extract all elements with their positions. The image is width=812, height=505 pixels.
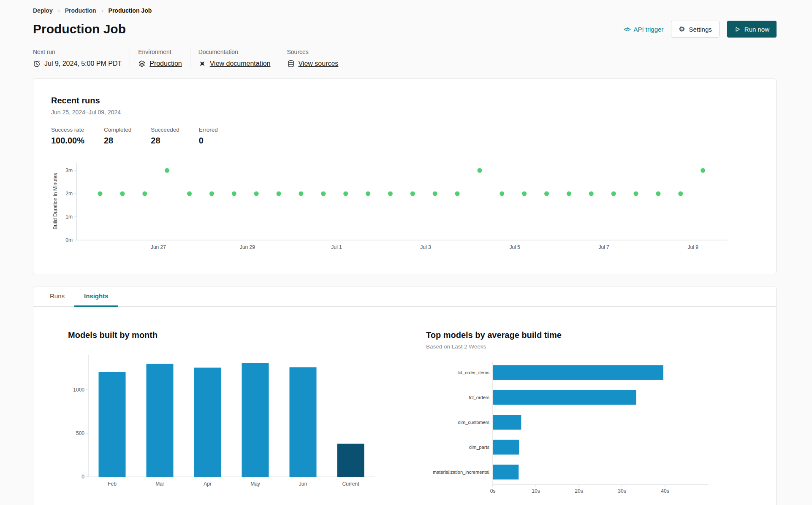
model-name-label: fct_order_items [457, 370, 489, 375]
y-tick-label: 500 [76, 430, 84, 436]
y-axis-label: Build Duration in Minutes [52, 173, 58, 229]
run-dot[interactable] [254, 192, 259, 196]
view-sources-link[interactable]: View sources [299, 60, 339, 68]
sources-label: Sources [287, 49, 339, 55]
environment-icon [138, 60, 146, 68]
recent-runs-card: Recent runs Jun 25, 2024–Jul 09, 2024 Su… [33, 78, 777, 274]
y-tick-label: 0 [81, 474, 84, 480]
meta-divider [190, 49, 190, 68]
run-dot[interactable] [589, 192, 594, 196]
settings-button[interactable]: ⚙ Settings [671, 21, 719, 38]
x-category-label: Feb [108, 481, 117, 487]
build-time-bar [493, 365, 663, 380]
run-dot[interactable] [544, 192, 549, 196]
x-tick-label: 30s [618, 488, 626, 494]
meta-divider [130, 49, 130, 68]
run-dot[interactable] [142, 192, 147, 196]
clock-icon [33, 60, 41, 68]
run-dot[interactable] [634, 192, 638, 196]
tab-runs[interactable]: Runs [40, 286, 74, 307]
run-dot[interactable] [299, 192, 303, 196]
x-tick-label: Jul 9 [687, 244, 698, 250]
breadcrumb-separator-icon: › [101, 7, 103, 14]
run-dot[interactable] [522, 192, 527, 196]
run-dot[interactable] [232, 192, 236, 196]
run-dot[interactable] [321, 192, 326, 196]
run-dot[interactable] [187, 192, 192, 196]
recent-runs-stats: Success rate 100.00% Completed 28 Succee… [51, 127, 758, 146]
header-actions: </> API trigger ⚙ Settings Run now [624, 21, 777, 38]
play-icon [734, 26, 741, 32]
model-name-label: materialization_incremental [433, 470, 489, 475]
environment-link[interactable]: Production [149, 60, 182, 68]
top-models-chart: 0s10s20s30s40sfct_order_itemsfct_ordersd… [426, 359, 717, 498]
breadcrumb-separator-icon: › [58, 7, 60, 14]
x-category-label: Jun [299, 481, 307, 487]
build-duration-scatter-svg: Build Duration in Minutes0m1m2m3mJun 27J… [51, 157, 731, 263]
code-icon: </> [624, 26, 630, 32]
breadcrumb-production[interactable]: Production [65, 7, 96, 14]
run-now-button[interactable]: Run now [727, 21, 777, 38]
breadcrumb-deploy[interactable]: Deploy [33, 7, 53, 14]
environment-info: Environment Production [138, 49, 182, 68]
meta-divider [279, 49, 279, 68]
stat-success-rate: Success rate 100.00% [51, 127, 84, 146]
run-dot[interactable] [455, 192, 460, 196]
run-dot[interactable] [120, 192, 125, 196]
x-tick-label: 0s [490, 488, 496, 494]
run-dot[interactable] [433, 192, 437, 196]
x-tick-label: Jun 27 [151, 244, 166, 250]
run-dot[interactable] [701, 168, 705, 173]
run-dot[interactable] [165, 168, 169, 173]
run-now-label: Run now [744, 26, 769, 33]
month-bar [194, 367, 221, 477]
sources-info: Sources View sources [287, 49, 339, 68]
run-dot[interactable] [477, 168, 482, 173]
top-models-subtitle: Based on Last 2 Weeks [426, 343, 717, 350]
breadcrumb-production-job: Production Job [109, 7, 152, 14]
x-tick-label: Jul 5 [509, 244, 520, 250]
x-tick-label: 10s [532, 488, 540, 494]
build-duration-chart: Build Duration in Minutes0m1m2m3mJun 27J… [51, 157, 758, 265]
y-tick-label: 0m [65, 237, 73, 243]
run-dot[interactable] [567, 192, 571, 196]
run-dot[interactable] [678, 192, 683, 196]
y-tick-label: 1000 [73, 387, 84, 393]
run-dot[interactable] [388, 192, 393, 196]
month-bar [147, 364, 174, 477]
gear-icon: ⚙ [679, 26, 685, 33]
x-tick-label: Jul 1 [331, 244, 342, 250]
build-time-bar [493, 465, 519, 480]
run-dot[interactable] [656, 192, 660, 196]
x-category-label: Mar [155, 481, 164, 487]
build-time-bar [493, 415, 521, 430]
run-dot[interactable] [277, 192, 281, 196]
page-title: Production Job [33, 22, 126, 36]
database-icon [287, 60, 295, 68]
build-time-bar [493, 440, 519, 455]
run-dot[interactable] [410, 192, 415, 196]
model-name-label: fct_orders [469, 395, 489, 400]
view-documentation-link[interactable]: View documentation [210, 60, 271, 68]
breadcrumb: Deploy › Production › Production Job [33, 5, 777, 16]
top-models-section: Top models by average build time Based o… [426, 330, 717, 500]
x-category-label: Current [342, 481, 359, 487]
environment-value: Production [138, 60, 182, 68]
run-dot[interactable] [343, 192, 348, 196]
run-dot[interactable] [209, 192, 214, 196]
month-bar [99, 372, 126, 477]
model-name-label: dim_parts [469, 445, 490, 450]
run-dot[interactable] [500, 192, 504, 196]
models-by-month-chart: 05001000FebMarAprMayJunCurrent [68, 352, 379, 495]
tab-insights[interactable]: Insights [74, 286, 118, 307]
model-name-label: dim_customers [458, 420, 489, 425]
documentation-value: View documentation [198, 60, 271, 68]
stat-errored: Errored 0 [199, 127, 218, 146]
insights-panel: Models built by month 05001000FebMarAprM… [33, 307, 776, 505]
api-trigger-link[interactable]: </> API trigger [624, 26, 664, 33]
run-dot[interactable] [611, 192, 616, 196]
run-dot[interactable] [98, 192, 103, 196]
y-tick-label: 1m [65, 214, 73, 220]
tab-bar: Runs Insights [33, 286, 776, 307]
run-dot[interactable] [366, 192, 370, 196]
